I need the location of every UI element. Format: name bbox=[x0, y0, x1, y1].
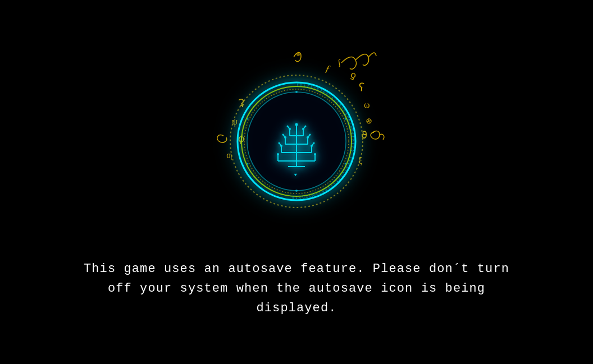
game-screen: ƒ ʃ ƍ ʕ ω ⊕ ϑ ʡ ψ ϕ ξ bbox=[84, 46, 509, 319]
svg-text:ʃ: ʃ bbox=[337, 58, 342, 67]
autosave-message: This game uses an autosave feature. Plea… bbox=[84, 259, 509, 319]
svg-point-60 bbox=[344, 163, 346, 164]
svg-text:ω: ω bbox=[364, 100, 370, 109]
svg-point-42 bbox=[295, 123, 298, 126]
svg-point-50 bbox=[314, 153, 316, 155]
autosave-line1: This game uses an autosave feature. Plea… bbox=[84, 262, 509, 276]
svg-text:ʕ: ʕ bbox=[358, 81, 365, 94]
game-emblem: ƒ ʃ ƍ ʕ ω ⊕ ϑ ʡ ψ ϕ ξ bbox=[207, 46, 386, 225]
svg-text:⊕: ⊕ bbox=[364, 116, 373, 126]
svg-text:♥: ♥ bbox=[294, 172, 297, 177]
svg-point-56 bbox=[313, 142, 314, 144]
svg-point-61 bbox=[295, 190, 298, 192]
svg-point-52 bbox=[304, 125, 306, 127]
svg-point-51 bbox=[286, 125, 288, 127]
svg-point-63 bbox=[247, 118, 248, 119]
svg-point-49 bbox=[277, 153, 279, 155]
svg-point-53 bbox=[282, 133, 284, 135]
svg-point-43 bbox=[289, 128, 291, 130]
svg-point-59 bbox=[344, 118, 346, 119]
svg-point-11 bbox=[296, 53, 300, 56]
svg-point-45 bbox=[284, 136, 286, 139]
svg-point-54 bbox=[309, 133, 311, 135]
svg-point-46 bbox=[307, 136, 309, 139]
svg-point-44 bbox=[302, 128, 304, 130]
svg-text:ƒ: ƒ bbox=[324, 62, 332, 75]
svg-point-47 bbox=[280, 145, 282, 147]
autosave-line2: off your system when the autosave icon i… bbox=[108, 282, 485, 296]
svg-point-48 bbox=[311, 145, 313, 147]
svg-point-62 bbox=[247, 163, 248, 164]
svg-point-55 bbox=[278, 142, 280, 144]
svg-point-58 bbox=[295, 91, 298, 93]
svg-text:ƍ: ƍ bbox=[349, 70, 358, 80]
emblem-container: ƒ ʃ ƍ ʕ ω ⊕ ϑ ʡ ψ ϕ ξ bbox=[207, 46, 386, 225]
autosave-line3: displayed. bbox=[256, 301, 336, 315]
